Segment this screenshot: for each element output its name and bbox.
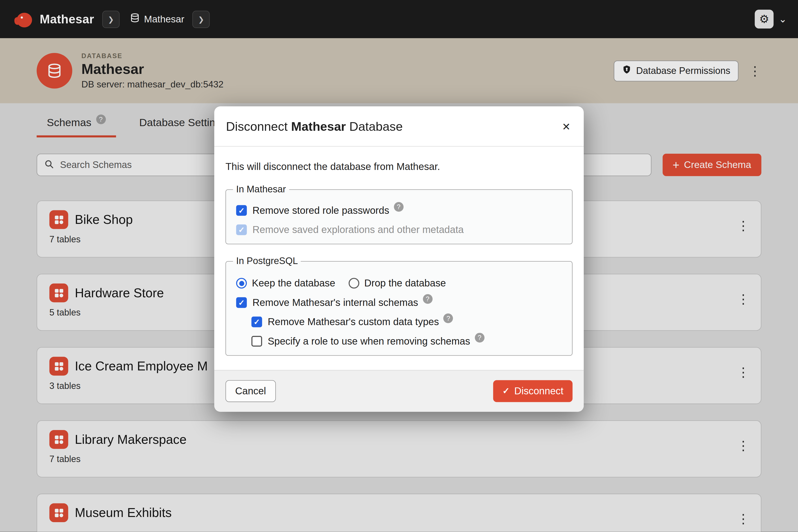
help-icon[interactable]: ?	[475, 333, 484, 342]
radio-option-keep-database: Keep the database	[236, 277, 335, 289]
check-icon: ✓	[238, 226, 245, 233]
option-remove-stored-passwords: ✓ Remove stored role passwords ?	[236, 205, 562, 216]
modal-description: This will disconnect the database from M…	[225, 161, 572, 173]
in-mathesar-fieldset: In Mathesar ✓ Remove stored role passwor…	[225, 184, 572, 244]
radio-option-drop-database: Drop the database	[348, 277, 446, 289]
checkbox-remove-stored-passwords[interactable]: ✓	[236, 205, 247, 216]
radio-keep-database[interactable]	[236, 278, 247, 288]
option-remove-custom-data-types: ✓ Remove Mathesar's custom data types ?	[251, 316, 562, 328]
cancel-button[interactable]: Cancel	[225, 380, 276, 402]
check-icon: ✓	[253, 318, 260, 326]
close-icon[interactable]: ✕	[562, 122, 571, 132]
app-window: Mathesar ❯ Mathesar ❯ ⚙	[0, 0, 798, 532]
help-icon[interactable]: ?	[394, 202, 403, 212]
in-postgresql-fieldset: In PostgreSQL Keep the database Drop the…	[225, 255, 572, 356]
check-icon: ✓	[502, 387, 510, 395]
radio-label: Drop the database	[364, 277, 446, 289]
modal-title: Disconnect Mathesar Database	[226, 120, 403, 134]
radio-drop-database[interactable]	[348, 278, 359, 288]
checkbox-remove-internal-schemas[interactable]: ✓	[236, 297, 247, 308]
option-label: Remove stored role passwords	[252, 205, 389, 216]
radio-label: Keep the database	[252, 277, 335, 289]
in-mathesar-legend: In Mathesar	[233, 184, 289, 195]
checkbox-remove-saved-explorations: ✓	[236, 224, 247, 235]
option-remove-saved-explorations: ✓ Remove saved explorations and other me…	[236, 224, 562, 236]
help-icon[interactable]: ?	[443, 314, 453, 323]
modal-body: This will disconnect the database from M…	[214, 147, 584, 370]
in-postgresql-legend: In PostgreSQL	[233, 255, 301, 266]
option-label: Remove saved explorations and other meta…	[252, 224, 464, 236]
disconnect-label: Disconnect	[514, 385, 563, 397]
option-remove-internal-schemas: ✓ Remove Mathesar's internal schemas ?	[236, 297, 562, 309]
checkbox-specify-role[interactable]: ✓	[251, 336, 262, 346]
check-icon: ✓	[238, 207, 245, 214]
option-label: Specify a role to use when removing sche…	[268, 336, 470, 347]
disconnect-button[interactable]: ✓ Disconnect	[493, 380, 573, 402]
option-label: Remove Mathesar's internal schemas	[252, 297, 418, 309]
modal-header: Disconnect Mathesar Database ✕	[214, 107, 584, 147]
modal-footer: Cancel ✓ Disconnect	[214, 370, 584, 412]
option-specify-role: ✓ Specify a role to use when removing sc…	[251, 336, 562, 347]
disconnect-database-modal: Disconnect Mathesar Database ✕ This will…	[214, 107, 584, 412]
help-icon[interactable]: ?	[423, 294, 432, 304]
check-icon: ✓	[238, 299, 245, 306]
database-fate-radio-group: Keep the database Drop the database	[236, 277, 562, 289]
option-label: Remove Mathesar's custom data types	[268, 316, 439, 328]
checkbox-remove-custom-data-types[interactable]: ✓	[251, 317, 262, 327]
